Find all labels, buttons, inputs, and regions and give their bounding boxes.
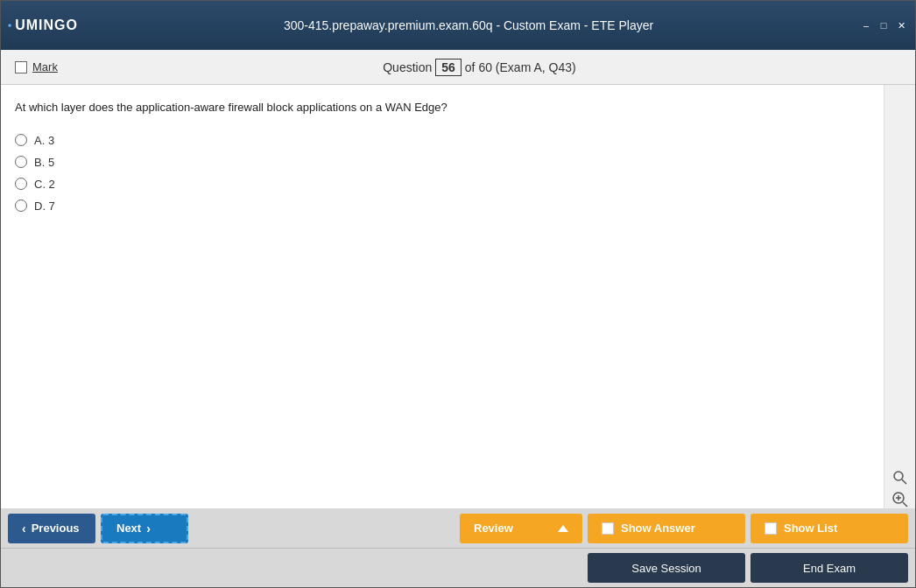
restore-button[interactable]: □ (877, 19, 891, 32)
radio-a[interactable] (15, 134, 27, 146)
option-a-label: A. 3 (34, 134, 54, 147)
bottom-row2: Save Session End Exam (1, 549, 915, 587)
title-bar: UMINGO 300-415.prepaway.premium.exam.60q… (1, 1, 915, 50)
svg-line-2 (902, 480, 906, 484)
question-content: At which layer does the application-awar… (1, 85, 884, 508)
svg-point-0 (8, 24, 11, 27)
options-list: A. 3 B. 5 C. 2 D. 7 (15, 134, 870, 213)
title-bar-left: UMINGO (8, 10, 78, 41)
search-icon (892, 470, 908, 486)
bottom-row1: ‹ Previous Next › Review Show Answer (1, 508, 915, 549)
next-button[interactable]: Next › (101, 514, 188, 543)
previous-button[interactable]: ‹ Previous (8, 514, 95, 543)
show-answer-label: Show Answer (621, 522, 695, 535)
mark-label[interactable]: Mark (32, 60, 58, 74)
question-number-area: Question 56 of 60 (Exam A, Q43) (58, 59, 901, 76)
vumingo-logo-icon (8, 11, 11, 39)
radio-c[interactable] (15, 178, 27, 190)
content-area: At which layer does the application-awar… (1, 85, 915, 508)
svg-point-1 (894, 472, 903, 480)
show-answer-button[interactable]: Show Answer (588, 514, 745, 543)
show-list-button[interactable]: Show List (750, 514, 908, 543)
logo-text: UMINGO (15, 18, 78, 33)
window-title: 300-415.prepaway.premium.exam.60q - Cust… (78, 18, 859, 32)
previous-label: Previous (32, 522, 80, 535)
svg-line-4 (903, 502, 907, 507)
show-list-label: Show List (784, 522, 837, 535)
question-number-box: 56 (435, 59, 462, 76)
option-b-label: B. 5 (34, 156, 54, 169)
app-window: UMINGO 300-415.prepaway.premium.exam.60q… (0, 0, 916, 588)
mark-area: Mark (15, 60, 58, 74)
show-answer-checkbox-icon (602, 522, 614, 535)
option-d-label: D. 7 (34, 200, 55, 213)
radio-d[interactable] (15, 200, 27, 212)
review-button[interactable]: Review (460, 514, 582, 543)
end-exam-button[interactable]: End Exam (750, 553, 908, 583)
question-info: of 60 (Exam A, Q43) (465, 60, 576, 74)
minimize-button[interactable]: – (859, 19, 873, 32)
bottom-bar: ‹ Previous Next › Review Show Answer (1, 508, 915, 587)
option-c[interactable]: C. 2 (15, 178, 870, 191)
radio-b[interactable] (15, 156, 27, 168)
review-arrow-icon (558, 525, 568, 532)
show-list-checkbox-icon (765, 522, 777, 535)
search-tool-button[interactable] (888, 470, 912, 486)
option-a[interactable]: A. 3 (15, 134, 870, 147)
question-header: Mark Question 56 of 60 (Exam A, Q43) (1, 50, 915, 85)
close-button[interactable]: ✕ (894, 19, 908, 32)
next-arrow-icon: › (146, 522, 151, 536)
zoom-in-button[interactable] (888, 491, 912, 508)
option-d[interactable]: D. 7 (15, 200, 870, 213)
option-b[interactable]: B. 5 (15, 156, 870, 169)
window-controls: – □ ✕ (859, 19, 908, 32)
logo: UMINGO (8, 10, 78, 41)
option-c-label: C. 2 (34, 178, 55, 191)
review-label: Review (474, 522, 513, 535)
next-label: Next (116, 522, 141, 535)
question-text: At which layer does the application-awar… (15, 99, 870, 116)
zoom-in-icon (891, 491, 909, 508)
right-tools (884, 85, 915, 508)
save-session-button[interactable]: Save Session (588, 553, 745, 583)
previous-arrow-icon: ‹ (22, 522, 26, 536)
question-label: Question (383, 60, 432, 74)
mark-checkbox[interactable] (15, 61, 27, 74)
